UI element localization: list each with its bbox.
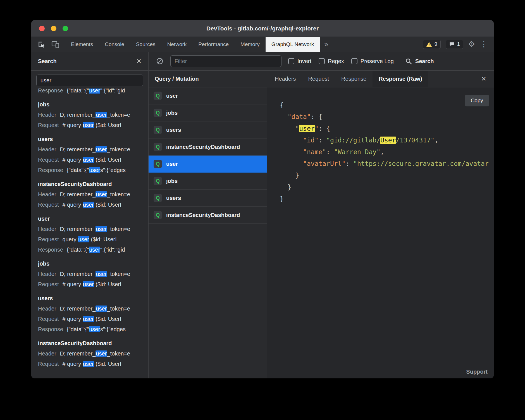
search-result-line[interactable]: Request# query user ($id: UserI xyxy=(38,155,148,165)
magnifier-icon xyxy=(405,58,412,65)
tab-network[interactable]: Network xyxy=(161,37,193,52)
search-result-line[interactable]: Response{"data":{"user":{"id":"gid xyxy=(38,245,148,255)
response-tab-headers[interactable]: Headers xyxy=(269,71,302,87)
search-match-highlight: user xyxy=(89,89,100,94)
device-toolbar-icon[interactable] xyxy=(50,39,60,49)
search-result-line[interactable]: HeaderD; remember_user_token=e xyxy=(38,304,148,314)
query-type-badge: Q xyxy=(154,194,162,202)
search-result-line[interactable]: HeaderD; remember_user_token=e xyxy=(38,110,148,120)
zoom-window-button[interactable] xyxy=(63,26,68,31)
search-result-query-name[interactable]: jobs xyxy=(38,259,148,269)
search-result-line[interactable]: Response{"data":{"users":{"edges xyxy=(38,165,148,175)
json-line: "name": "Warren Day", xyxy=(280,146,490,158)
result-line-content: # query user ($id: UserI xyxy=(63,202,121,208)
warning-count: 9 xyxy=(435,41,437,47)
tab-performance[interactable]: Performance xyxy=(192,37,235,52)
minimize-window-button[interactable] xyxy=(51,26,56,31)
response-tab-response-raw[interactable]: Response (Raw) xyxy=(373,71,428,87)
search-match-highlight: User xyxy=(380,137,396,144)
search-result-line[interactable]: Requestquery user ($id: UserI xyxy=(38,234,148,245)
close-window-button[interactable] xyxy=(39,26,45,31)
response-tab-response[interactable]: Response xyxy=(335,71,373,87)
result-line-label: Header xyxy=(38,271,56,277)
filter-option-invert[interactable]: Invert xyxy=(288,58,311,65)
result-line-label: Request xyxy=(38,122,59,128)
inspect-element-icon[interactable] xyxy=(36,39,46,49)
messages-badge[interactable]: 1 xyxy=(446,40,463,49)
result-line-content: D; remember_user_token=e xyxy=(60,271,130,277)
copy-button[interactable]: Copy xyxy=(465,95,489,106)
search-result-query-name[interactable]: users xyxy=(38,134,148,144)
search-match-highlight: user xyxy=(96,146,107,152)
clear-log-icon[interactable] xyxy=(156,57,164,65)
query-list-item[interactable]: Qusers xyxy=(149,190,267,207)
close-search-icon[interactable]: ✕ xyxy=(136,58,142,65)
query-list-item[interactable]: QinstanceSecurityDashboard xyxy=(149,207,267,224)
search-result-query-name[interactable]: jobs xyxy=(38,99,148,110)
search-result-query-name[interactable]: instanceSecurityDashboard xyxy=(38,338,148,349)
query-mutation-header: Query / Mutation xyxy=(149,71,267,87)
response-tab-request[interactable]: Request xyxy=(302,71,335,87)
query-mutation-panel: Query / Mutation QuserQjobsQusersQinstan… xyxy=(149,71,267,378)
tab-graphql-network[interactable]: GraphQL Network xyxy=(266,37,320,52)
search-toggle[interactable]: Search xyxy=(405,58,434,65)
message-bubble-icon xyxy=(449,42,455,47)
query-list-item[interactable]: Qjobs xyxy=(149,173,267,190)
settings-gear-icon[interactable]: ⚙ xyxy=(468,40,475,48)
more-tabs-button[interactable]: » xyxy=(320,37,333,52)
filter-option-preserve-log[interactable]: Preserve Log xyxy=(351,58,394,65)
search-result-line[interactable]: HeaderD; remember_user_token=e xyxy=(38,269,148,279)
close-detail-icon[interactable]: ✕ xyxy=(474,71,494,87)
search-result-line[interactable]: Request# query user ($id: UserI xyxy=(38,279,148,290)
support-link[interactable]: Support xyxy=(466,369,488,375)
toolbar-right-controls: 9 1 ⚙ ⋮ xyxy=(423,37,494,52)
query-list-item[interactable]: Qjobs xyxy=(149,104,267,121)
search-result-line[interactable]: Request# query user ($id: UserI xyxy=(38,200,148,210)
search-result-line[interactable]: Response{"data":{"users":{"edges xyxy=(38,324,148,335)
result-line-content: # query user ($id: UserI xyxy=(63,157,121,163)
search-result-line[interactable]: Response{"data":{"user":{"id":"gid xyxy=(38,89,148,96)
tab-elements[interactable]: Elements xyxy=(65,37,99,52)
tab-memory[interactable]: Memory xyxy=(235,37,266,52)
warning-triangle-icon xyxy=(426,42,432,47)
search-result-line[interactable]: HeaderD; remember_user_token=e xyxy=(38,189,148,200)
tab-sources[interactable]: Sources xyxy=(130,37,161,52)
search-input[interactable] xyxy=(36,75,143,86)
search-result-line[interactable]: HeaderD; remember_user_token=e xyxy=(38,224,148,234)
query-label: jobs xyxy=(166,110,178,116)
query-list-item[interactable]: Qusers xyxy=(149,121,267,139)
checkbox-regex[interactable] xyxy=(319,58,325,64)
json-line: { xyxy=(280,99,490,111)
query-type-badge: Q xyxy=(154,177,162,185)
filter-option-label: Preserve Log xyxy=(361,58,394,65)
result-line-content: {"data":{"users":{"edges xyxy=(67,167,126,173)
filter-input[interactable] xyxy=(170,55,281,67)
tab-console[interactable]: Console xyxy=(99,37,130,52)
query-label: users xyxy=(166,195,181,201)
filter-option-regex[interactable]: Regex xyxy=(319,58,344,65)
search-results-list: Response{"data":{"user":{"id":"gidjobsHe… xyxy=(31,89,148,378)
search-result-line[interactable]: HeaderD; remember_user_token=e xyxy=(38,144,148,155)
query-list-item[interactable]: QinstanceSecurityDashboard xyxy=(149,139,267,156)
search-result-line[interactable]: Request# query user ($id: UserI xyxy=(38,120,148,130)
json-line: } xyxy=(280,181,490,193)
kebab-menu-icon[interactable]: ⋮ xyxy=(480,40,488,48)
search-result-line[interactable]: Request# query user ($id: UserI xyxy=(38,314,148,324)
checkbox-invert[interactable] xyxy=(288,58,294,64)
search-result-query-name[interactable]: user xyxy=(38,214,148,224)
query-list-item[interactable]: Quser xyxy=(149,156,267,173)
devtools-toolbar: ElementsConsoleSourcesNetworkPerformance… xyxy=(31,37,494,52)
search-match-highlight: user xyxy=(78,236,89,242)
search-result-line[interactable]: Request# query user ($id: UserI xyxy=(38,359,148,369)
result-line-content: D; remember_user_token=e xyxy=(60,112,130,118)
result-line-content: # query user ($id: UserI xyxy=(63,122,121,128)
filter-bar: InvertRegexPreserve Log Search xyxy=(149,52,494,71)
warnings-badge[interactable]: 9 xyxy=(423,40,441,49)
search-result-query-name[interactable]: users xyxy=(38,293,148,304)
json-line: "user": { xyxy=(280,123,490,134)
search-result-query-name[interactable]: instanceSecurityDashboard xyxy=(38,179,148,189)
search-result-line[interactable]: HeaderD; remember_user_token=e xyxy=(38,349,148,359)
checkbox-preserve-log[interactable] xyxy=(351,58,357,64)
query-type-badge: Q xyxy=(154,211,162,219)
query-list-item[interactable]: Quser xyxy=(149,87,267,104)
